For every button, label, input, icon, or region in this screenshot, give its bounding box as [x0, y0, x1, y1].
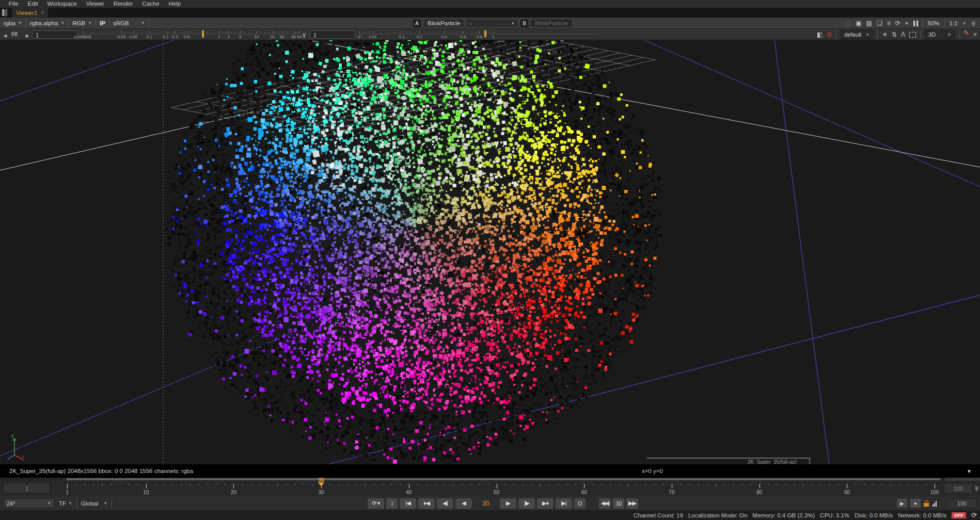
prev-keyframe-button[interactable]: ♦◀ — [418, 498, 435, 509]
b-buffer-badge[interactable]: B — [520, 20, 528, 27]
channels-value: rgba — [4, 20, 15, 26]
slider-minor-tick — [295, 32, 296, 34]
gain-curve-icon[interactable]: Λ — [901, 29, 905, 40]
menu-viewer[interactable]: Viewer — [82, 0, 109, 8]
next-keyframe-button[interactable]: ▶♦ — [537, 498, 554, 509]
gain-input[interactable]: 1 — [32, 30, 77, 39]
menu-workspace[interactable]: Workspace — [42, 0, 81, 8]
guides-icon[interactable]: ⊞ — [827, 29, 832, 40]
info-dropdown-icon[interactable]: ▼ — [967, 468, 972, 474]
slider-tick — [282, 31, 282, 34]
menu-edit[interactable]: Edit — [23, 0, 43, 8]
frame-increment-forward-button[interactable]: ▶▶ — [626, 498, 638, 509]
localization-off-badge[interactable]: OFF — [952, 512, 966, 518]
frame-tick — [312, 484, 313, 485]
gamma-input[interactable]: 1 — [310, 30, 355, 39]
a-buffer-badge[interactable]: A — [413, 20, 421, 27]
monitor-output-icon[interactable]: ▣ — [856, 18, 861, 29]
goto-start-button[interactable]: |◀ — [400, 498, 416, 509]
safe-zone-icon[interactable]: ▢ — [845, 18, 851, 29]
range-start-input[interactable]: 1 — [3, 483, 51, 494]
frame-tick — [540, 484, 541, 486]
refresh-icon[interactable]: ⟳ — [895, 18, 900, 29]
gain-slider[interactable]: 0.0056250.030.050.10.20.30.5123510203050… — [83, 30, 299, 39]
slider-tick-label: 3 — [227, 35, 229, 39]
cached-frames-icon[interactable] — [932, 500, 937, 507]
lock-range-icon[interactable] — [924, 500, 929, 507]
display-mode-select[interactable]: RGB ▼ — [69, 18, 96, 28]
clear-roi-icon[interactable]: × — [973, 29, 977, 40]
play-forward-button[interactable]: ▶ — [500, 498, 516, 509]
center-view-icon[interactable]: ⌖ — [905, 18, 909, 29]
pane-divider-icon[interactable] — [2, 9, 8, 17]
slider-minor-tick — [476, 32, 476, 34]
timeline-collapse-icon[interactable]: ≫ — [973, 485, 980, 492]
zoom-level-select[interactable]: 50% — [928, 20, 940, 26]
loop-range-button[interactable]: O — [574, 498, 586, 509]
frame-tick — [733, 484, 734, 485]
record-button[interactable]: ● — [910, 499, 921, 508]
tab-viewer1[interactable]: Viewer1 × — [12, 8, 48, 18]
frame-increment-input[interactable]: 10 — [613, 498, 624, 509]
menu-cache[interactable]: Cache — [137, 0, 164, 8]
collapse-toolbar-icon[interactable]: ≫ — [971, 20, 977, 26]
overlay-menu-icon[interactable]: ≡ — [887, 18, 891, 29]
frame-tick — [531, 484, 532, 485]
layer-select[interactable]: rgba.alpha ▼ — [26, 18, 68, 28]
playback-range-input[interactable]: 100 — [947, 498, 977, 509]
channels-select[interactable]: rgba ▼ — [0, 18, 26, 28]
viewer-process-select[interactable]: sRGB ▼ — [109, 18, 149, 28]
slider-tick — [133, 31, 134, 34]
b-buffer-select[interactable]: BlinkParticle — [531, 20, 571, 27]
close-tab-icon[interactable]: × — [41, 10, 44, 15]
play-backward-button[interactable]: ◀ — [455, 498, 472, 509]
frame-tick — [549, 484, 549, 485]
slider-minor-tick — [244, 32, 245, 34]
menu-help[interactable]: Help — [164, 0, 186, 8]
gain-prev-icon[interactable]: ◀ — [4, 32, 7, 38]
flipbook-button[interactable]: ▶ — [897, 499, 907, 508]
in-point-button[interactable]: I — [386, 498, 398, 509]
input-process-button[interactable]: IP — [96, 18, 109, 28]
gamma-slider[interactable]: 00.010.10.20.40.60.81 — [359, 30, 599, 39]
chevron-down-icon: ▼ — [865, 32, 870, 37]
range-end-input[interactable]: 100 — [944, 483, 973, 494]
wipe-mode-select[interactable]: - ▼ — [467, 20, 517, 27]
roi-region-icon[interactable] — [909, 32, 916, 38]
roi-pen-icon[interactable]: ✎ — [963, 29, 969, 40]
slider-tick — [273, 31, 273, 34]
wipe-compare-icon[interactable]: ❏ — [877, 18, 882, 29]
slider-handle[interactable] — [484, 30, 486, 37]
frame-decrement-button[interactable]: ◀◀ — [599, 498, 611, 509]
checkerboard-icon[interactable]: ▨ — [866, 18, 872, 29]
timeline-ruler[interactable]: 110203040506070809010030 — [0, 481, 980, 496]
current-frame-display[interactable]: 30 — [474, 500, 498, 507]
tf-select[interactable]: TF ▼ — [59, 500, 72, 507]
fps-select[interactable]: 24* ▼ — [3, 498, 55, 508]
menu-file[interactable]: File — [4, 0, 23, 8]
range-scope-select[interactable]: Global ▼ — [81, 500, 107, 507]
view-mode-select[interactable]: 3D ▼ — [925, 30, 955, 39]
lut-select[interactable]: default ▼ — [841, 30, 873, 39]
playhead[interactable] — [318, 482, 324, 486]
slider-track[interactable] — [83, 34, 299, 35]
scene-lights-icon[interactable]: ☀ — [882, 29, 888, 40]
frame-tick — [400, 484, 401, 485]
proxy-mode-select[interactable]: 1:1 — [950, 20, 958, 26]
step-back-button[interactable]: ◀| — [437, 498, 453, 509]
stereo-modes-icon[interactable]: ◧ — [817, 29, 823, 40]
goto-end-button[interactable]: ▶| — [556, 498, 572, 509]
timeline-scrollbar-thumb[interactable] — [66, 478, 941, 480]
gain-next-icon[interactable]: ▶ — [26, 32, 29, 38]
menu-render[interactable]: Render — [109, 0, 138, 8]
channel-sliders-icon[interactable]: ⇅ — [892, 29, 897, 40]
step-forward-button[interactable]: |▶ — [518, 498, 535, 509]
viewer-3d-viewport[interactable] — [0, 40, 980, 464]
slider-minor-tick — [490, 32, 491, 34]
system-stats: Channel Count: 19Localization Mode: OnMe… — [634, 512, 946, 518]
a-buffer-select[interactable]: BlinkParticle — [424, 20, 464, 27]
refresh-stats-icon[interactable]: ⟳ — [971, 511, 977, 519]
loop-mode-button[interactable]: ⟳ ▾ — [368, 498, 384, 509]
pause-viewer-icon[interactable] — [913, 21, 918, 26]
slider-handle[interactable] — [202, 30, 204, 37]
